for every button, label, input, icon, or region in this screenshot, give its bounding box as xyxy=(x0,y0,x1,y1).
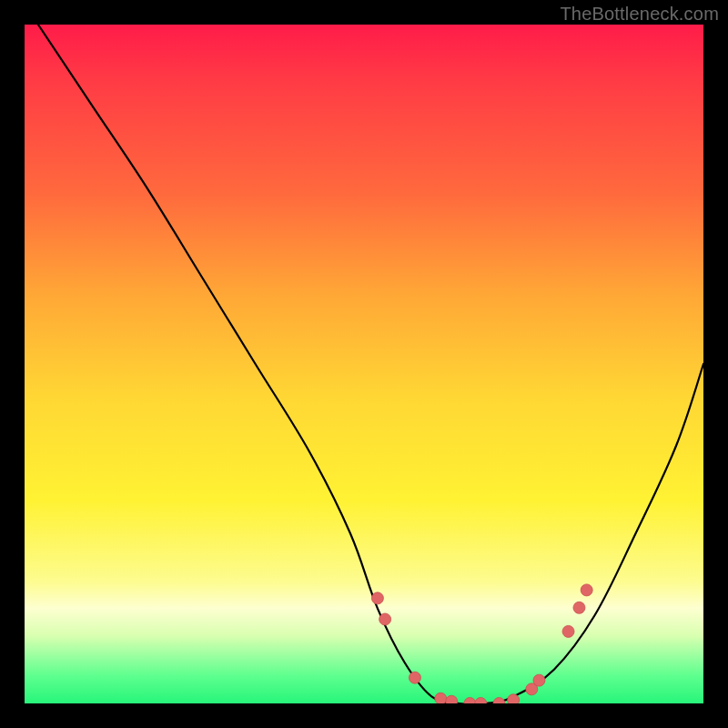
curve-marker xyxy=(464,698,476,704)
curve-markers xyxy=(371,584,592,703)
curve-marker xyxy=(409,672,420,683)
curve-marker xyxy=(371,592,383,604)
curve-marker xyxy=(573,602,585,613)
curve-marker xyxy=(493,698,505,704)
curve-marker xyxy=(508,694,520,703)
curve-marker xyxy=(435,693,447,703)
chart-svg xyxy=(25,25,703,703)
chart-frame: TheBottleneck.com xyxy=(0,0,728,728)
watermark-text: TheBottleneck.com xyxy=(560,4,719,25)
bottleneck-curve xyxy=(38,25,703,703)
curve-marker xyxy=(581,584,592,596)
plot-area xyxy=(25,25,703,703)
curve-marker xyxy=(446,695,458,703)
curve-marker xyxy=(475,698,487,704)
curve-marker xyxy=(379,613,391,625)
curve-marker xyxy=(533,674,545,686)
curve-marker xyxy=(562,625,574,637)
